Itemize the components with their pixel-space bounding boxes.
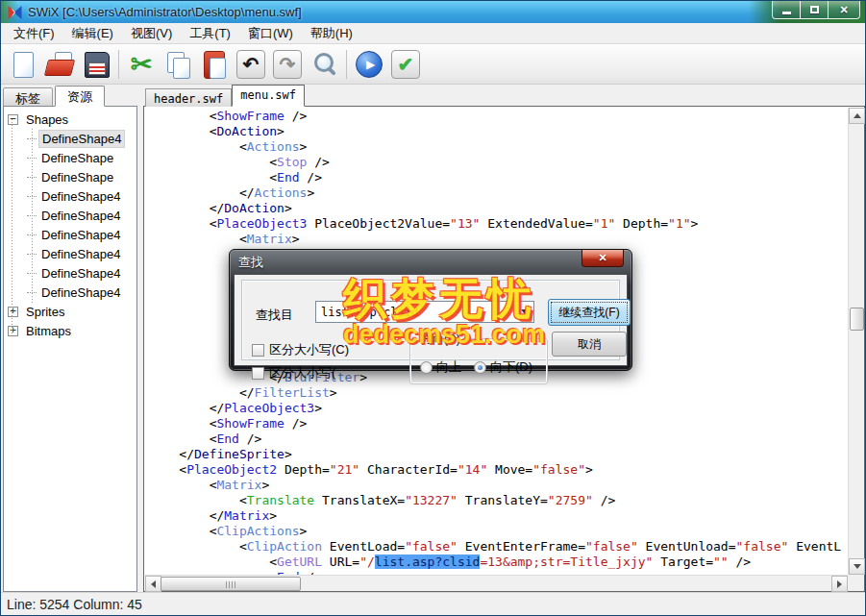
paste-button[interactable] [196, 46, 233, 83]
tree-item-defineshape4[interactable]: DefineShape4 [4, 129, 136, 148]
tree-item-defineshape[interactable]: DefineShape [4, 148, 136, 167]
code-line: <Actions> [149, 139, 848, 155]
code-line: <End /> [149, 170, 848, 185]
tree-item-shapes[interactable]: −Shapes [4, 110, 136, 129]
find-dialog-close-button[interactable]: ✕ [581, 250, 624, 267]
tree-item-bitmaps[interactable]: +Bitmaps [4, 321, 136, 340]
save-file-button[interactable] [78, 46, 114, 83]
find-dialog-titlebar[interactable]: 查找 [230, 250, 631, 274]
horizontal-scrollbar[interactable] [145, 575, 848, 591]
scroll-down-button[interactable] [849, 558, 865, 575]
code-line: <PlaceObject3 PlaceObject2Value="13" Ext… [149, 216, 848, 232]
arrow-up-icon [854, 110, 861, 118]
tree-guide-line [12, 119, 12, 333]
horizontal-scroll-thumb[interactable] [161, 577, 301, 591]
code-line: </PlaceObject3> [149, 401, 848, 416]
tree-item-label: DefineShape4 [38, 284, 123, 301]
find-icon [309, 49, 339, 80]
tree-item-defineshape4[interactable]: DefineShape4 [4, 225, 136, 244]
combo-dropdown-button[interactable] [516, 302, 533, 322]
find-dialog-title: 查找 [238, 254, 263, 271]
match-case-checkbox[interactable]: 区分大小写(C) [252, 341, 349, 358]
menubar-item[interactable]: 窗口(W) [239, 23, 302, 44]
collapse-icon[interactable]: − [8, 114, 18, 125]
vertical-scrollbar[interactable] [848, 108, 864, 575]
scroll-left-button[interactable] [145, 576, 161, 592]
radio-unchecked-icon [420, 361, 433, 374]
menubar-item[interactable]: 工具(T) [181, 23, 239, 44]
code-line: <Stop /> [149, 155, 848, 170]
status-bar: Line: 5254 Column: 45 [1, 592, 865, 615]
radio-checked-icon [474, 361, 486, 374]
find-next-button[interactable]: 继续查找(F) [548, 299, 631, 326]
find-what-label: 查找目 [256, 307, 293, 324]
find-what-combobox[interactable]: list.asp?clsid [315, 301, 534, 323]
code-line: </FilterList> [149, 385, 848, 401]
cancel-button[interactable]: 取消 [552, 332, 627, 357]
tree-item-label: DefineShape4 [38, 130, 125, 148]
tree-item-label: DefineShape [38, 169, 116, 185]
scroll-up-button[interactable] [849, 108, 865, 124]
menubar-item[interactable]: 帮助(H) [302, 23, 361, 44]
expand-icon[interactable]: + [8, 326, 18, 336]
validate-button[interactable]: ✔ [387, 46, 424, 83]
direction-down-radio[interactable]: 向下(D) [474, 358, 532, 376]
code-line: <Matrix> [149, 232, 848, 247]
redo-icon: ↷ [273, 50, 302, 79]
expand-icon[interactable]: + [8, 307, 18, 317]
tree-item-sprites[interactable]: +Sprites [4, 302, 136, 321]
tree-item-defineshape4[interactable]: DefineShape4 [4, 206, 136, 225]
menubar-item[interactable]: 编辑(E) [63, 23, 122, 44]
menubar: 文件(F)编辑(E)视图(V)工具(T)窗口(W)帮助(H) [1, 23, 865, 44]
tree-item-label: DefineShape4 [38, 227, 123, 243]
tree-item-defineshape4[interactable]: DefineShape4 [4, 244, 136, 263]
tree-item-defineshape[interactable]: DefineShape [4, 167, 136, 186]
tree-item-defineshape4[interactable]: DefineShape4 [4, 283, 136, 302]
menubar-item[interactable]: 文件(F) [5, 23, 63, 44]
window-controls: ✕ [773, 1, 860, 19]
tab-header-swf[interactable]: header.swf [145, 88, 232, 107]
direction-groupbox: 方向(D) 向上 向下(D) [409, 338, 548, 384]
open-file-button[interactable] [41, 46, 78, 83]
tree-item-defineshape4[interactable]: DefineShape4 [4, 263, 136, 283]
undo-icon: ↶ [236, 50, 265, 79]
cut-button[interactable]: ✂ [123, 46, 160, 83]
paste-icon [199, 49, 230, 80]
tree-item-label: DefineShape4 [38, 265, 123, 282]
toolbar-separator [346, 50, 347, 79]
selected-text: list.asp?clsid [375, 554, 481, 569]
match-case-checkbox-2[interactable]: 区分大小写( [252, 364, 335, 382]
code-line: <ClipActions> [149, 524, 848, 539]
undo-button[interactable]: ↶ [233, 46, 269, 83]
code-line: <Matrix> [149, 478, 848, 493]
tree-item-defineshape4[interactable]: DefineShape4 [4, 186, 136, 206]
tree-guide-line [32, 129, 33, 305]
find-what-value[interactable]: list.asp?clsid [316, 306, 516, 319]
tab-resources[interactable]: 资源 [55, 86, 105, 107]
run-button[interactable]: ▶ [351, 46, 387, 83]
close-button[interactable]: ✕ [828, 1, 860, 19]
copy-button[interactable] [160, 46, 196, 83]
scroll-right-button[interactable] [831, 576, 848, 592]
minimize-button[interactable] [772, 1, 801, 19]
resource-tree-panel: −ShapesDefineShape4DefineShapeDefineShap… [3, 106, 137, 592]
dialog-close-icon: ✕ [598, 252, 606, 264]
direction-up-radio[interactable]: 向上 [420, 358, 461, 376]
code-line: <End /> [149, 431, 848, 447]
tab-labels[interactable]: 标签 [3, 87, 53, 107]
save-file-icon [81, 49, 111, 80]
code-line: </DefineSprite> [149, 447, 848, 462]
tab-menu-swf[interactable]: menu.swf [232, 85, 305, 107]
tree-item-label: DefineShape4 [38, 188, 123, 205]
new-file-button[interactable] [5, 46, 41, 83]
tree-item-label: Shapes [23, 111, 71, 128]
maximize-button[interactable] [800, 1, 829, 19]
menubar-item[interactable]: 视图(V) [122, 23, 181, 44]
find-button[interactable] [306, 46, 342, 83]
copy-icon [162, 49, 193, 80]
maximize-icon [810, 6, 819, 13]
vertical-scroll-thumb[interactable] [850, 308, 864, 331]
redo-button[interactable]: ↷ [269, 46, 306, 83]
checkbox-icon [252, 344, 264, 357]
code-line: <ShowFrame /> [149, 109, 848, 124]
